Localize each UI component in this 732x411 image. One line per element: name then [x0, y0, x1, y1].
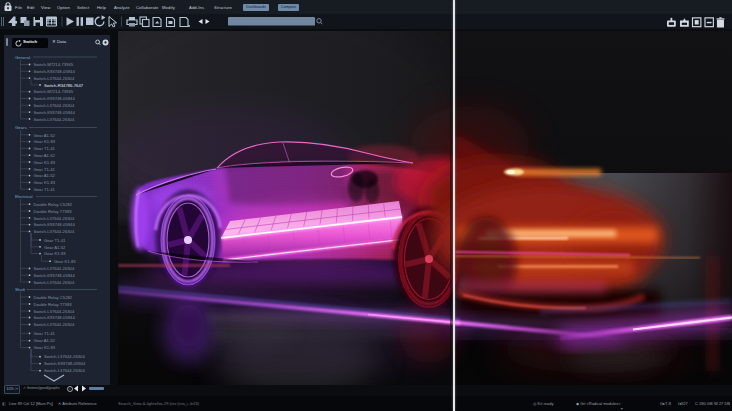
svg-text:Switch-L37644-26304: Switch-L37644-26304: [34, 216, 75, 221]
svg-text:Switch-K93748-05944: Switch-K93748-05944: [34, 273, 76, 278]
svg-text:Gear A1-52: Gear A1-52: [34, 153, 56, 158]
svg-text:Switch-L37644-26304: Switch-L37644-26304: [34, 229, 75, 234]
svg-text:Double Relay T7383: Double Relay T7383: [34, 302, 73, 307]
svg-text:Switch-L37644-26304: Switch-L37644-26304: [44, 368, 85, 373]
svg-text:Switch-K93748-05944: Switch-K93748-05944: [34, 96, 76, 101]
svg-text:Double Relay C5282: Double Relay C5282: [34, 202, 73, 207]
svg-text:General: General: [15, 55, 30, 60]
svg-text:Switch-K93748-05944: Switch-K93748-05944: [34, 222, 76, 227]
svg-text:Gear K1-83: Gear K1-83: [34, 180, 56, 185]
svg-text:Gear T1-41: Gear T1-41: [34, 331, 56, 336]
svg-text:Switch-M7214-73965: Switch-M7214-73965: [34, 62, 74, 67]
svg-text:Gear A1-52: Gear A1-52: [34, 133, 56, 138]
svg-text:Gear K1-83: Gear K1-83: [54, 259, 76, 264]
svg-text:Shaft: Shaft: [15, 287, 26, 292]
svg-text:Gear T1-41: Gear T1-41: [44, 238, 66, 243]
svg-text:Gear A1-52: Gear A1-52: [34, 173, 56, 178]
svg-text:Gear K1-83: Gear K1-83: [34, 160, 56, 165]
svg-text:Switch-L37644-26304: Switch-L37644-26304: [34, 76, 75, 81]
svg-text:Gear K1-83: Gear K1-83: [34, 345, 56, 350]
svg-text:Gear T1-41: Gear T1-41: [34, 167, 56, 172]
svg-text:Switch-L37644-26304: Switch-L37644-26304: [34, 322, 75, 327]
svg-text:Switch-L37644-26304: Switch-L37644-26304: [34, 280, 75, 285]
svg-text:Gear K1-83: Gear K1-83: [34, 139, 56, 144]
svg-text:Switch-K93748-05944: Switch-K93748-05944: [34, 110, 76, 115]
svg-text:Switch-K93748-05944: Switch-K93748-05944: [34, 69, 76, 74]
svg-text:Double Relay T7383: Double Relay T7383: [34, 209, 73, 214]
svg-text:Gear T1-41: Gear T1-41: [34, 187, 56, 192]
svg-text:Switch-K93748-05944: Switch-K93748-05944: [44, 361, 86, 366]
svg-text:Gear A1-52: Gear A1-52: [44, 245, 66, 250]
svg-text:Switch-L37644-26304: Switch-L37644-26304: [34, 117, 75, 122]
svg-text:Switch-L37644-26304: Switch-L37644-26304: [44, 354, 85, 359]
svg-text:Switch-L37644-26304: Switch-L37644-26304: [34, 309, 75, 314]
svg-text:Gear K1-83: Gear K1-83: [44, 251, 66, 256]
svg-text:Gear T1-41: Gear T1-41: [34, 146, 56, 151]
svg-text:Gear A1-52: Gear A1-52: [34, 338, 56, 343]
svg-text:Switch-M7214-73965: Switch-M7214-73965: [34, 89, 74, 94]
svg-text:Switch-L37644-26304: Switch-L37644-26304: [34, 266, 75, 271]
svg-text:Switch-L37644-26304: Switch-L37644-26304: [34, 103, 75, 108]
svg-text:Gears: Gears: [15, 125, 27, 130]
svg-text:Switch-K93748-05944: Switch-K93748-05944: [34, 315, 76, 320]
svg-text:Double Relay C5282: Double Relay C5282: [34, 295, 73, 300]
svg-text:Switch-R34786-7647: Switch-R34786-7647: [44, 83, 84, 88]
svg-text:Electrical: Electrical: [15, 194, 32, 199]
